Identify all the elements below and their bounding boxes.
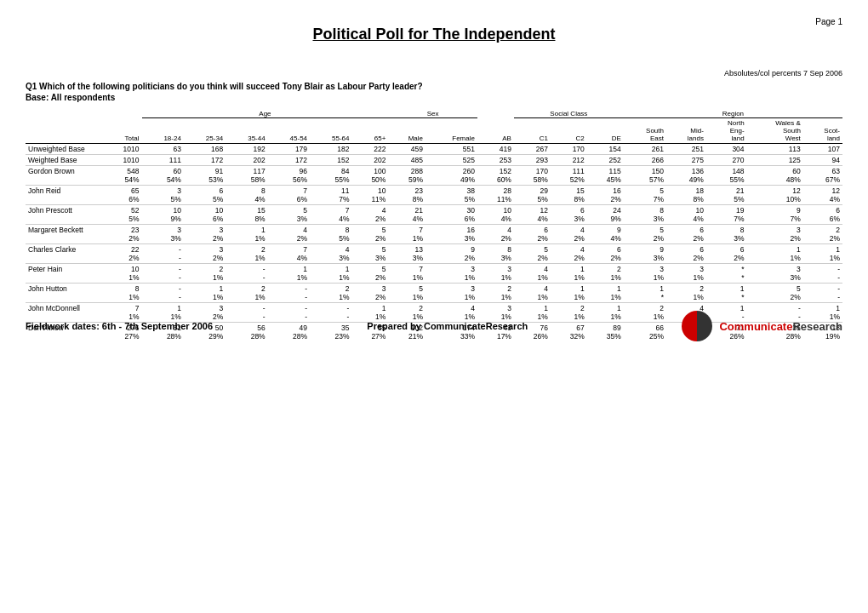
data-cell: 182 — [310, 144, 351, 155]
data-cell: 17058% — [514, 166, 551, 186]
data-cell: 33% — [747, 264, 803, 284]
data-cell: 63% — [551, 205, 587, 225]
data-cell: -- — [803, 264, 842, 284]
data-cell: -- — [142, 264, 184, 284]
data-cell: 170 — [551, 144, 587, 155]
data-cell: 11% — [551, 264, 587, 284]
col-header-south-east: SouthEast — [624, 118, 666, 144]
logo: CommunicateResearch — [682, 311, 842, 341]
col-header-18-24: 18-24 — [142, 118, 184, 144]
data-cell: 31% — [666, 264, 706, 284]
data-cell: 188% — [666, 186, 706, 205]
data-cell: 525 — [425, 155, 477, 166]
data-cell: 162% — [587, 186, 624, 205]
data-cell: 6048% — [747, 166, 803, 186]
data-cell: 306% — [425, 205, 477, 225]
data-cell: 459 — [388, 144, 425, 155]
table-row: Peter Hain101%--21%--11%11%52%71%31%31%4… — [26, 264, 842, 284]
data-cell: 117% — [310, 186, 351, 205]
data-cell: 238% — [388, 186, 425, 205]
data-cell: 11% — [310, 264, 351, 284]
data-cell: 22% — [803, 225, 842, 244]
data-cell: 81% — [102, 284, 142, 303]
table-row: John Reid656%35%65%84%76%117%1011%238%38… — [26, 186, 842, 205]
data-cell: 15057% — [624, 166, 666, 186]
col-header-male: Male — [388, 118, 425, 144]
data-cell: 15260% — [477, 166, 514, 186]
data-cell: 251 — [666, 144, 706, 155]
data-cell: 51% — [388, 284, 425, 303]
data-cell: 97% — [747, 205, 803, 225]
data-cell: 62% — [706, 244, 747, 264]
data-cell: 6054% — [142, 166, 184, 186]
logo-communicate: Communicate — [719, 320, 792, 333]
data-cell: 66% — [803, 205, 842, 225]
col-header-ab-empty — [477, 109, 514, 118]
col-header-de: DE — [587, 118, 624, 144]
fieldwork-dates: Fieldwork dates: 6th - 7th September 200… — [26, 321, 213, 331]
base-label: Base: All respondents — [26, 93, 842, 102]
question-text: Q1 Which of the following politicians do… — [26, 82, 842, 91]
data-cell: 168 — [184, 144, 226, 155]
data-cell: 158% — [226, 205, 267, 225]
page-title: Political Poll for The Independent — [26, 26, 842, 43]
col-header-total: Total — [102, 118, 142, 144]
data-cell: 485 — [388, 155, 425, 166]
data-cell: 32% — [747, 225, 803, 244]
col-header-c2: C2 — [551, 118, 587, 144]
data-cell: 11758% — [226, 166, 267, 186]
data-cell: 266 — [624, 155, 666, 166]
data-cell: 11% — [587, 284, 624, 303]
col-header-45-54: 45-54 — [268, 118, 310, 144]
table-row: John Prescott525%109%106%158%53%74%42%21… — [26, 205, 842, 225]
col-header-wales-sw: Wales &SouthWest — [747, 118, 803, 144]
data-cell: 275 — [666, 155, 706, 166]
data-cell: 84% — [226, 186, 267, 205]
data-cell: 214% — [388, 205, 425, 225]
data-cell: 31% — [477, 264, 514, 284]
data-cell: 42% — [477, 225, 514, 244]
data-cell: 53% — [268, 205, 310, 225]
data-cell: 35% — [142, 186, 184, 205]
data-cell: 253 — [477, 155, 514, 166]
data-cell: 192 — [226, 144, 267, 155]
data-cell: 1010 — [102, 155, 142, 166]
data-cell: 76% — [268, 186, 310, 205]
data-cell: 85% — [310, 225, 351, 244]
data-cell: 32% — [184, 225, 226, 244]
data-cell: 42% — [551, 225, 587, 244]
data-cell: 52% — [514, 244, 551, 264]
data-cell: 124% — [514, 205, 551, 225]
data-table: Age Sex Social Class Region Total 18-24 … — [26, 109, 842, 341]
row-label: John Hutton — [26, 284, 102, 303]
data-cell: 43% — [310, 244, 351, 264]
data-cell: 42% — [351, 205, 388, 225]
data-cell: 26049% — [425, 166, 477, 186]
data-cell: 179 — [268, 144, 310, 155]
data-cell: 202 — [226, 155, 267, 166]
data-cell: 2811% — [477, 186, 514, 205]
data-cell: 52% — [351, 225, 388, 244]
col-header-55-64: 55-64 — [310, 118, 351, 144]
table-row: John Hutton81%--11%21%--21%32%51%31%21%4… — [26, 284, 842, 303]
data-cell: 94% — [587, 225, 624, 244]
data-cell: 104% — [477, 205, 514, 225]
data-cell: 11% — [551, 284, 587, 303]
table-row: Unweighted Base1010631681921791822224595… — [26, 144, 842, 155]
table-row: Gordon Brown54854%6054%9153%11758%9656%8… — [26, 166, 842, 186]
region-group-header: Region — [624, 109, 842, 118]
data-cell: 21% — [184, 264, 226, 284]
col-header-empty — [26, 109, 102, 118]
row-label: Peter Hain — [26, 264, 102, 284]
data-cell: 8455% — [310, 166, 351, 186]
data-cell: 525% — [102, 205, 142, 225]
data-cell: 111 — [142, 155, 184, 166]
age-group-header: Age — [142, 109, 389, 118]
data-cell: 1* — [624, 284, 666, 303]
data-cell: ** — [706, 264, 747, 284]
data-cell: -- — [226, 264, 267, 284]
data-cell: -- — [142, 284, 184, 303]
row-label: Gordon Brown — [26, 166, 102, 186]
data-cell: 172 — [184, 155, 226, 166]
data-cell: 304 — [706, 144, 747, 155]
